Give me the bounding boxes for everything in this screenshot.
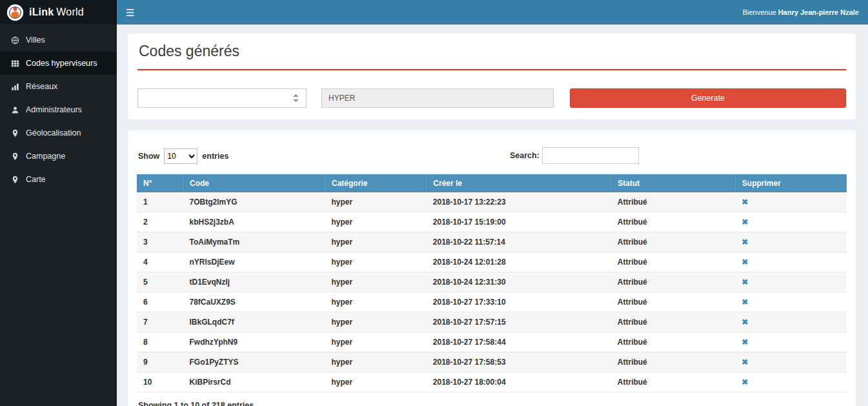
sidebar-item-label: Villes <box>26 36 45 45</box>
table-controls: Show 10 entries Search: <box>137 147 847 167</box>
delete-icon[interactable]: ✖ <box>742 198 748 207</box>
cell-code: FGo1PyZTYS <box>183 352 325 372</box>
sidebar-item-label: Administrateurs <box>26 105 82 114</box>
page-size-select[interactable]: 10 <box>164 148 197 164</box>
cell-delete: ✖ <box>735 252 847 272</box>
cell-delete: ✖ <box>735 352 847 372</box>
sidebar-item-codes-hyperviseurs[interactable]: Codes hyperviseurs <box>0 52 117 75</box>
cell-category: hyper <box>325 232 427 252</box>
cell-category: hyper <box>325 212 427 232</box>
column-header[interactable]: N° <box>137 174 183 192</box>
table-row: 9FGo1PyZTYShyper2018-10-27 17:58:53Attri… <box>137 352 847 372</box>
table-header-row: N°CodeCatégorieCréer leStatutSupprimer <box>137 174 847 192</box>
cell-num: 9 <box>137 352 183 372</box>
sidebar-item-carte[interactable]: Carte <box>0 168 117 191</box>
top-bar: iLinkWorld ☰ BienvenueHanry Jean-pierre … <box>0 0 868 25</box>
cell-created: 2018-10-17 13:22:23 <box>427 192 611 212</box>
delete-icon[interactable]: ✖ <box>742 298 748 307</box>
app-brand[interactable]: iLinkWorld <box>0 0 117 25</box>
cell-num: 2 <box>137 212 183 232</box>
column-header[interactable]: Supprimer <box>735 174 847 192</box>
cell-num: 7 <box>137 312 183 332</box>
delete-icon[interactable]: ✖ <box>742 318 748 327</box>
user-name: Hanry Jean-pierre Nzale <box>778 8 859 16</box>
cell-category: hyper <box>325 352 427 372</box>
generator-form: Generate <box>137 88 846 108</box>
table-row: 8FwdhzYphN9hyper2018-10-27 17:58:44Attri… <box>137 332 847 352</box>
column-header[interactable]: Catégorie <box>325 174 427 192</box>
sidebar-item-geolocalisation[interactable]: Géolocalisation <box>0 121 117 145</box>
cell-num: 3 <box>137 232 183 252</box>
accent-divider <box>137 69 846 70</box>
table-row: 678fCaUXZ9Shyper2018-10-27 17:33:10Attri… <box>137 292 847 312</box>
cell-created: 2018-10-27 18:00:04 <box>427 372 611 392</box>
cell-code: IBkGLqdC7f <box>183 312 325 332</box>
cell-status: Attribué <box>611 272 736 292</box>
generate-button[interactable]: Generate <box>570 88 846 108</box>
quantity-input[interactable] <box>137 88 307 108</box>
cell-code: kbHS2j3zbA <box>183 212 325 232</box>
cell-num: 5 <box>137 272 183 292</box>
column-header[interactable]: Créer le <box>427 174 611 192</box>
cell-created: 2018-10-27 17:58:44 <box>427 332 611 352</box>
sidebar-item-label: Géolocalisation <box>26 128 81 137</box>
cell-created: 2018-10-24 12:01:28 <box>427 252 611 272</box>
cell-created: 2018-10-22 11:57:14 <box>427 232 611 252</box>
delete-icon[interactable]: ✖ <box>742 378 748 387</box>
cell-status: Attribué <box>611 352 736 372</box>
app-title: iLinkWorld <box>29 6 84 18</box>
sidebar-toggle-icon[interactable]: ☰ <box>126 8 134 17</box>
sidebar-item-label: Campagne <box>26 152 65 161</box>
cell-category: hyper <box>325 372 427 392</box>
sidebar-item-campagne[interactable]: Campagne <box>0 145 117 168</box>
sidebar-item-reseaux[interactable]: Réseaux <box>0 75 117 98</box>
cell-created: 2018-10-17 15:19:00 <box>427 212 611 232</box>
sidebar-item-label: Réseaux <box>26 82 57 91</box>
cell-delete: ✖ <box>735 332 847 352</box>
cell-status: Attribué <box>611 372 736 392</box>
cell-delete: ✖ <box>735 292 847 312</box>
cell-category: hyper <box>325 192 427 212</box>
cell-code: 78fCaUXZ9S <box>183 292 325 312</box>
table-row: 2kbHS2j3zbAhyper2018-10-17 15:19:00Attri… <box>137 212 847 232</box>
category-input <box>321 88 554 108</box>
entries-label: entries <box>202 152 228 161</box>
cell-num: 8 <box>137 332 183 352</box>
cell-status: Attribué <box>611 232 736 252</box>
map-marker-icon <box>10 176 19 184</box>
cell-status: Attribué <box>611 252 736 272</box>
showing-entries-text: Showing 1 to 10 of 218 entries <box>138 401 847 406</box>
column-header[interactable]: Statut <box>611 174 736 192</box>
sidebar-item-administrateurs[interactable]: Administrateurs <box>0 98 117 121</box>
table-row: 10KiBPirsrCdhyper2018-10-27 18:00:04Attr… <box>137 372 847 392</box>
delete-icon[interactable]: ✖ <box>742 218 748 227</box>
table-row: 17OBtg2lmYGhyper2018-10-17 13:22:23Attri… <box>137 192 847 212</box>
map-marker-icon <box>10 152 19 161</box>
cell-created: 2018-10-24 12:31:30 <box>427 272 611 292</box>
codes-table: N°CodeCatégorieCréer leStatutSupprimer 1… <box>137 174 847 392</box>
delete-icon[interactable]: ✖ <box>742 278 748 287</box>
cell-status: Attribué <box>611 312 736 332</box>
bar-chart-icon <box>10 83 19 91</box>
delete-icon[interactable]: ✖ <box>742 358 748 367</box>
sidebar-item-villes[interactable]: Villes <box>0 28 117 52</box>
delete-icon[interactable]: ✖ <box>742 258 748 267</box>
cell-delete: ✖ <box>735 272 847 292</box>
cell-num: 10 <box>137 372 183 392</box>
cell-code: tD1EvqNzIj <box>183 272 325 292</box>
cell-category: hyper <box>325 272 427 292</box>
cell-delete: ✖ <box>735 192 847 212</box>
page-title: Codes générés <box>139 43 846 60</box>
delete-icon[interactable]: ✖ <box>742 238 748 247</box>
column-header[interactable]: Code <box>183 174 325 192</box>
cell-category: hyper <box>325 252 427 272</box>
delete-icon[interactable]: ✖ <box>742 338 748 347</box>
search-input[interactable] <box>542 147 639 164</box>
cell-created: 2018-10-27 17:58:53 <box>427 352 611 372</box>
cell-created: 2018-10-27 17:33:10 <box>427 292 611 312</box>
cell-delete: ✖ <box>735 232 847 252</box>
cell-status: Attribué <box>611 212 736 232</box>
cell-code: KiBPirsrCd <box>183 372 325 392</box>
cell-num: 4 <box>137 252 183 272</box>
cell-num: 6 <box>137 292 183 312</box>
